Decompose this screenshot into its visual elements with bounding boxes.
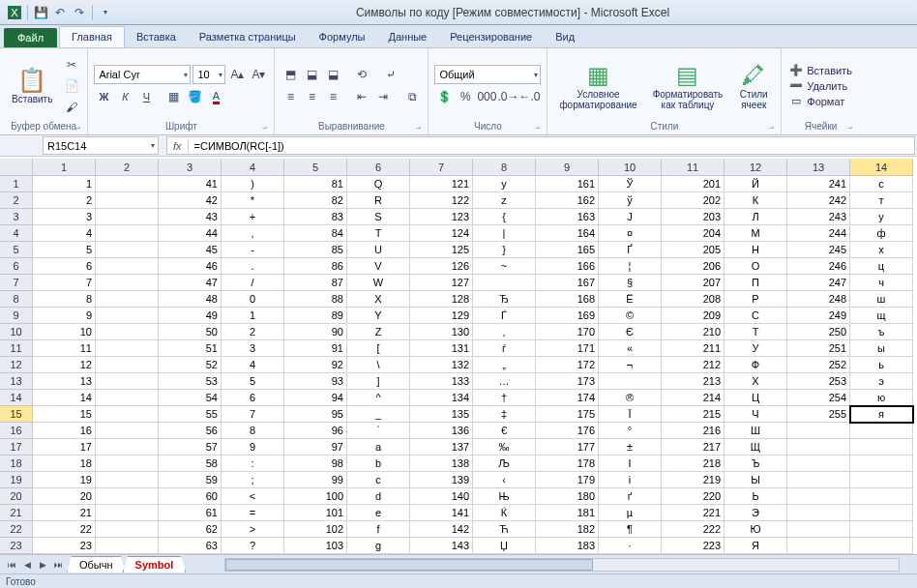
cell[interactable] <box>96 505 159 521</box>
cell[interactable]: 91 <box>284 340 347 357</box>
cell[interactable]: 121 <box>410 176 473 192</box>
cell[interactable]: 215 <box>662 406 725 423</box>
cell[interactable]: 8 <box>222 423 284 439</box>
cell[interactable]: 213 <box>662 373 725 390</box>
cell[interactable]: 203 <box>662 209 725 225</box>
cell[interactable]: 172 <box>536 357 599 373</box>
conditional-formatting-button[interactable]: ▦ Условное форматирование <box>553 60 642 112</box>
cell[interactable]: ` <box>347 423 410 439</box>
cell[interactable]: Џ <box>473 538 536 554</box>
cell[interactable]: 250 <box>787 324 850 340</box>
cell[interactable]: Т <box>725 324 787 340</box>
cell[interactable]: 7 <box>222 406 284 423</box>
cell[interactable]: 161 <box>536 176 599 192</box>
cell[interactable]: 97 <box>284 439 347 456</box>
cell[interactable]: 219 <box>662 472 725 488</box>
cell[interactable]: 0 <box>222 291 284 308</box>
cell[interactable] <box>96 258 159 275</box>
cell[interactable]: ґ <box>599 488 662 505</box>
cell[interactable] <box>787 439 850 456</box>
increase-decimal-icon[interactable]: .0→ <box>498 87 518 106</box>
row-header[interactable]: 16 <box>0 423 33 439</box>
cell[interactable]: 4 <box>33 225 96 242</box>
format-cells-button[interactable]: ▭Формат <box>789 95 852 108</box>
cell[interactable]: 122 <box>410 192 473 209</box>
cell[interactable]: 248 <box>787 291 850 308</box>
row-header[interactable]: 19 <box>0 472 33 488</box>
cell[interactable]: 92 <box>284 357 347 373</box>
cell[interactable]: Ќ <box>473 505 536 521</box>
cell[interactable] <box>96 192 159 209</box>
fill-color-icon[interactable]: 🪣 <box>185 87 204 106</box>
cell[interactable] <box>96 406 159 423</box>
cell[interactable]: у <box>850 209 913 225</box>
cell[interactable]: с <box>850 176 913 192</box>
cell[interactable]: 242 <box>787 192 850 209</box>
cell[interactable]: Љ <box>473 456 536 472</box>
cell[interactable]: ® <box>599 390 662 406</box>
cell[interactable]: ? <box>222 538 284 554</box>
cell[interactable]: 44 <box>159 225 222 242</box>
row-header[interactable]: 20 <box>0 488 33 505</box>
cell[interactable]: 167 <box>536 275 599 291</box>
cell[interactable]: 14 <box>33 390 96 406</box>
cell[interactable]: 102 <box>284 521 347 538</box>
cell[interactable]: Ґ <box>599 242 662 258</box>
cell[interactable]: ч <box>850 275 913 291</box>
cell[interactable]: 252 <box>787 357 850 373</box>
cell[interactable]: 55 <box>159 406 222 423</box>
cell[interactable] <box>96 242 159 258</box>
cell[interactable]: К <box>725 192 787 209</box>
cell[interactable]: 103 <box>284 538 347 554</box>
currency-icon[interactable]: 💲 <box>434 87 454 106</box>
cell[interactable]: 2 <box>33 192 96 209</box>
cell[interactable]: 22 <box>33 521 96 538</box>
cell[interactable]: 176 <box>536 423 599 439</box>
row-header[interactable]: 8 <box>0 291 33 308</box>
cell[interactable]: 3 <box>33 209 96 225</box>
cell[interactable]: 1 <box>33 176 96 192</box>
cell[interactable] <box>96 423 159 439</box>
cell[interactable]: 17 <box>33 439 96 456</box>
column-header[interactable]: 1 <box>33 159 96 176</box>
cell[interactable]: 49 <box>159 308 222 324</box>
cell[interactable]: 21 <box>33 505 96 521</box>
cell[interactable]: 61 <box>159 505 222 521</box>
hscroll-thumb[interactable] <box>225 559 593 571</box>
cell[interactable]: 95 <box>284 406 347 423</box>
cell[interactable]: Z <box>347 324 410 340</box>
align-center-icon[interactable]: ≡ <box>302 87 321 106</box>
cell[interactable]: 134 <box>410 390 473 406</box>
cell[interactable]: І <box>599 456 662 472</box>
cell[interactable]: « <box>599 340 662 357</box>
cell[interactable]: э <box>850 373 913 390</box>
cell[interactable]: X <box>347 291 410 308</box>
row-header[interactable]: 4 <box>0 225 33 242</box>
cell[interactable]: 99 <box>284 472 347 488</box>
cell[interactable]: . <box>222 258 284 275</box>
cell[interactable]: 45 <box>159 242 222 258</box>
cell[interactable]: 6 <box>222 390 284 406</box>
cell[interactable]: ь <box>850 357 913 373</box>
cell[interactable]: 127 <box>410 275 473 291</box>
cell[interactable]: > <box>222 521 284 538</box>
cell[interactable]: 243 <box>787 209 850 225</box>
tab-home[interactable]: Главная <box>59 26 125 47</box>
cell[interactable]: T <box>347 225 410 242</box>
cell[interactable]: 212 <box>662 357 725 373</box>
merge-icon[interactable]: ⧉ <box>402 87 422 106</box>
cell[interactable]: 53 <box>159 373 222 390</box>
cell[interactable]: | <box>473 225 536 242</box>
cell[interactable]: d <box>347 488 410 505</box>
cell[interactable]: 100 <box>284 488 347 505</box>
cell[interactable]: g <box>347 538 410 554</box>
cell[interactable] <box>96 472 159 488</box>
cell[interactable]: М <box>725 225 787 242</box>
cell[interactable]: Ѓ <box>473 308 536 324</box>
cell[interactable]: 201 <box>662 176 725 192</box>
cell[interactable]: 85 <box>284 242 347 258</box>
tab-file[interactable]: Файл <box>4 28 57 47</box>
cell[interactable]: Ћ <box>473 521 536 538</box>
cell[interactable] <box>850 488 913 505</box>
cell[interactable]: 126 <box>410 258 473 275</box>
